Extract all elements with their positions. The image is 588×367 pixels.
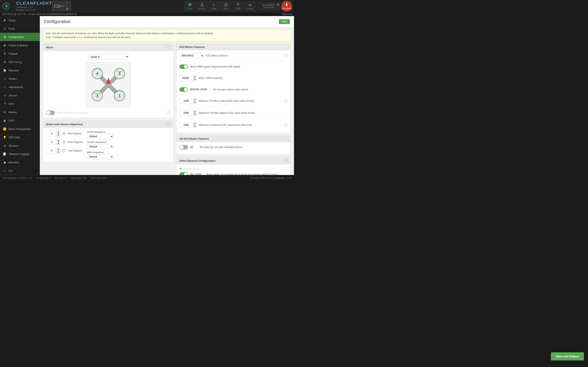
3d-toggle[interactable] [180, 145, 188, 150]
min-command-up[interactable]: ▲ [193, 122, 196, 125]
sidebar-item-adjustments[interactable]: ≈ Adjustments [0, 83, 40, 91]
sidebar-item-ports[interactable]: ⊡ Ports [0, 25, 40, 33]
min-command-help[interactable]: ? [284, 123, 288, 127]
pitch-down-btn[interactable]: ▼ [57, 142, 60, 145]
pwm-speed-label: Motor PWM speed Separated from PID speed [190, 65, 240, 68]
motor-direction-help[interactable]: ? [167, 111, 171, 115]
pwm-freq-label: Motor PWM frequency [199, 77, 223, 80]
esc-3d-title: 3D ESC/Motor Features [180, 137, 209, 140]
sidebar-item-cli[interactable]: > CLI [0, 167, 40, 175]
alignment-help-icon[interactable]: ? [167, 122, 171, 126]
failsafe-icon: ⛨ [3, 52, 7, 55]
cycle-time: Cycle Time: 140 [70, 177, 86, 179]
gyro-alignment-select[interactable]: Default CW 0°CW 90°CW 180°CW 270° CW 0° … [87, 134, 113, 139]
min-command-row: ▲ ▼ Minimum Command (ESC value when disa… [180, 122, 288, 130]
pitch-degrees-input[interactable] [46, 140, 57, 144]
sidebar-item-power-battery[interactable]: ⚡ Power & Battery [0, 41, 40, 50]
svg-text:M: M [213, 3, 215, 6]
sidebar-item-modes[interactable]: ≡ Modes [0, 75, 40, 83]
mag-alignment-select[interactable]: Default CW 0°CW 90°CW 180°CW 270° [87, 154, 113, 159]
yaw-degrees-input[interactable] [46, 149, 57, 153]
rx-lost-toggle[interactable] [180, 172, 188, 175]
pitch-up-btn[interactable]: ▲ [57, 140, 60, 142]
pwm-freq-down[interactable]: ▼ [193, 78, 196, 81]
min-command-down[interactable]: ▼ [193, 125, 196, 128]
wiki-button[interactable]: WIKI [279, 19, 290, 24]
protocol-help[interactable]: ? [284, 54, 288, 58]
page-title: Configuration [44, 19, 71, 24]
content-area: Configuration WIKI Note: Not all combina… [40, 16, 294, 175]
show-log-link[interactable]: Show Log [282, 13, 292, 15]
min-throttle-down[interactable]: ▼ [193, 101, 196, 104]
logo-text: CLEANFLIGHT Configurator: 2.4.0 Firmware… [16, 1, 52, 12]
min-throttle-row: ▲ ▼ Minimum Throttle (Lowest ESC value w… [180, 98, 288, 106]
sidebar-item-receiver[interactable]: 📡 Receiver [0, 66, 40, 75]
roll-down-btn[interactable]: ▼ [57, 133, 60, 136]
sidebar-item-gps[interactable]: 📍 GPS [0, 100, 40, 108]
sidebar-item-led-strip[interactable]: 💡 LED Strip [0, 133, 40, 142]
sensor-accel: Accel [196, 1, 208, 11]
cleanflight-logo [2, 2, 14, 10]
sensor-baro: Baro [220, 1, 232, 11]
max-throttle-down[interactable]: ▼ [193, 113, 196, 116]
power-icon: ⚡ [3, 43, 7, 47]
gps-icon: 📍 [3, 102, 7, 106]
svg-point-4 [190, 4, 190, 5]
min-throttle-help[interactable]: ? [284, 99, 288, 103]
sidebar-item-failsafe[interactable]: ⛨ Failsafe [0, 50, 40, 58]
accel-alignment-select[interactable]: Default CW 0°CW 90°CW 180°CW 270° [87, 144, 113, 149]
settings-icon[interactable]: ⚙ [277, 2, 280, 7]
svg-point-8 [237, 3, 239, 5]
sidebar-item-race-transponder[interactable]: 📶 Race Transponder [0, 125, 40, 133]
motor-direction-toggle[interactable] [46, 110, 55, 115]
esc-panel-title: ESC/Motor Features [180, 45, 205, 49]
mixer-panel: Mixer ? Tricopter Quad X Quad + Bicopter… [43, 44, 173, 118]
status-left: 2023-05-23 @ 12:27:35 -- Unique device I… [2, 13, 77, 15]
dshot-title: Dshot Beacon Configuration [180, 159, 215, 162]
min-command-input[interactable] [180, 123, 193, 127]
motor-direction-label: Motor direction is reversed [57, 111, 88, 114]
sidebar-item-servos[interactable]: ⊙ Servos [0, 91, 40, 100]
sensor-sonar: Sonar [244, 1, 256, 11]
sidebar-item-motors[interactable]: ⚙ Motors [0, 108, 40, 117]
cpu-load: CPU Load: 57% [90, 177, 107, 179]
min-command-label: Minimum Command (ESC value when disarmed… [199, 124, 252, 126]
max-throttle-up[interactable]: ▲ [193, 110, 196, 113]
pwm-freq-input[interactable] [180, 76, 193, 80]
logo-area: CLEANFLIGHT Configurator: 2.4.0 Firmware… [2, 1, 52, 12]
max-throttle-input[interactable] [180, 111, 193, 115]
dshot-help[interactable]: ? [284, 159, 288, 162]
max-throttle-label: Maximum Throttle (Highest ESC value when… [199, 111, 255, 114]
roll-degrees-input[interactable] [46, 131, 57, 136]
app-title: CLEANFLIGHT [16, 1, 52, 6]
protocol-select[interactable]: PWMONESHOT125ONESHOT42MULTISHOT BRUSHEDD… [180, 53, 204, 58]
motor-stop-toggle[interactable] [180, 87, 188, 92]
cli-icon: > [3, 169, 7, 173]
min-throttle-label: Minimum Throttle (Lowest ESC value when … [199, 100, 254, 102]
sidebar-item-configuration[interactable]: ⊞ Configuration [0, 33, 40, 41]
rx-lost-desc: Beeps when TX is turned off or signal lo… [207, 173, 278, 175]
yaw-down-btn[interactable]: ▼ [57, 151, 60, 153]
sidebar-item-osd[interactable]: ▦ OSD [0, 117, 40, 125]
min-throttle-up[interactable]: ▲ [193, 98, 196, 101]
roll-up-btn[interactable]: ▲ [57, 131, 60, 133]
pwm-freq-up[interactable]: ▲ [193, 75, 196, 78]
sidebar-item-pid-tuning[interactable]: ⊞ PID Tuning [0, 58, 40, 66]
svg-text:2: 2 [118, 72, 121, 76]
battery-widget: 0 V ⚠ ◇ 🔗 [52, 1, 71, 11]
min-throttle-input[interactable] [180, 99, 193, 103]
beacon-expand-icon[interactable]: ▼ [180, 167, 182, 170]
disconnect-button[interactable]: Disconnect [281, 1, 292, 11]
mag-align-label: MAG Alignment [87, 151, 113, 154]
sidebar-item-tethered-logging[interactable]: 📝 Tethered Logging [0, 150, 40, 158]
roll-icon [62, 132, 66, 136]
mixer-help-icon[interactable]: ? [167, 45, 171, 49]
pwm-speed-toggle[interactable] [180, 64, 188, 69]
sidebar-item-sensors[interactable]: ⊛ Sensors [0, 142, 40, 150]
sidebar-item-blackbox[interactable]: ◼ Blackbox [0, 158, 40, 167]
motor-direction-row: Motor direction is reversed ? [46, 108, 171, 115]
protocol-label: ESC/Motor protocol [206, 54, 227, 57]
yaw-up-btn[interactable]: ▲ [57, 148, 60, 151]
mixer-type-select[interactable]: Tricopter Quad X Quad + Bicopter Gimbal … [88, 54, 129, 60]
sidebar-item-setup[interactable]: ⚡ Setup [0, 16, 40, 25]
